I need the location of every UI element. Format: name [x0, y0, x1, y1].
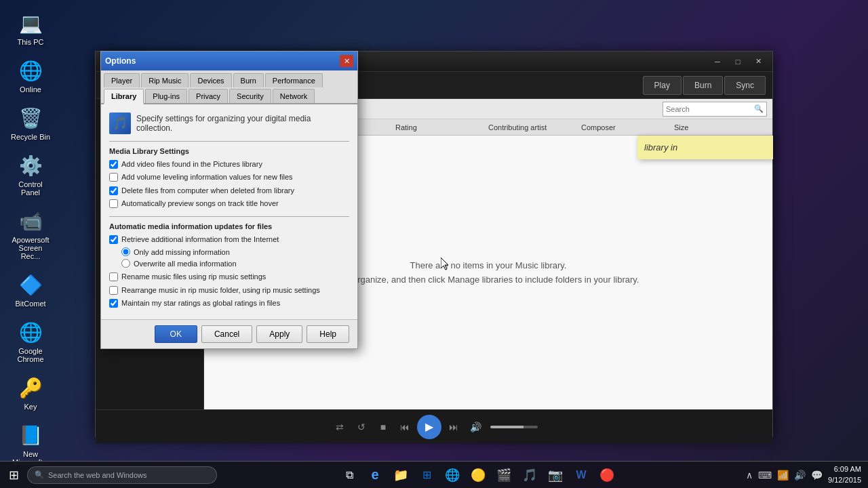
taskbar-edge[interactable]: e: [363, 463, 387, 487]
options-header-row: 🎵 Specify settings for organizing your d…: [109, 113, 349, 134]
options-tab-privacy[interactable]: Privacy: [189, 89, 228, 103]
wmp-burn-tab[interactable]: Burn: [683, 76, 723, 95]
taskbar-app7[interactable]: 🎬: [492, 463, 516, 487]
checkbox-auto-preview-label: Automatically preview songs on track tit…: [121, 199, 279, 208]
radio-overwrite-input[interactable]: [121, 259, 130, 268]
taskbar-task-view[interactable]: ⧉: [337, 463, 361, 487]
options-tab-rip-music[interactable]: Rip Music: [141, 73, 189, 87]
taskbar-clock[interactable]: 6:09 AM 9/12/2015: [828, 464, 861, 485]
taskbar-app11[interactable]: 🔴: [595, 463, 619, 487]
options-library-icon: 🎵: [109, 113, 131, 134]
start-button[interactable]: ⊞: [0, 462, 27, 489]
checkbox-retrieve-info: Retrieve additional information from the…: [109, 235, 349, 244]
desktop-icon-recycle-bin[interactable]: 🗑️ Recycle Bin: [7, 102, 54, 144]
wmp-sync-tab[interactable]: Sync: [724, 76, 766, 95]
checkbox-retrieve-info-input[interactable]: [109, 235, 118, 244]
wmp-next-button[interactable]: ⏭: [444, 418, 463, 436]
wmp-shuffle-button[interactable]: ⇄: [330, 418, 349, 436]
checkbox-add-volume-input[interactable]: [109, 173, 118, 182]
taskbar-store[interactable]: ⊞: [414, 463, 439, 487]
options-help-button[interactable]: Help: [307, 325, 349, 343]
taskbar-app8[interactable]: 🎵: [517, 463, 542, 487]
tray-network[interactable]: 📶: [777, 470, 789, 481]
checkbox-add-video: Add video files found in the Pictures li…: [109, 159, 349, 169]
radio-only-add-label: Only add missing information: [134, 248, 230, 256]
options-tab-burn[interactable]: Burn: [233, 73, 264, 87]
desktop-icon-control-panel[interactable]: ⚙️ Control Panel: [7, 149, 54, 199]
wmp-controls-bar: ⇄ ↺ ■ ⏮ ▶ ⏭ 🔊: [96, 409, 772, 443]
checkbox-rearrange-input[interactable]: [109, 286, 118, 295]
wmp-volume-slider[interactable]: [490, 426, 538, 428]
options-titlebar[interactable]: Options ✕: [101, 52, 357, 70]
checkbox-rename-music-input[interactable]: [109, 272, 118, 281]
options-auto-section-title: Automatic media information updates for …: [109, 222, 349, 230]
checkbox-maintain-ratings-input[interactable]: [109, 299, 118, 308]
wmp-empty-message: There are no items in your Music library…: [410, 260, 567, 270]
options-apply-button[interactable]: Apply: [256, 325, 302, 343]
wmp-mute-button[interactable]: 🔊: [466, 418, 485, 436]
taskbar-file-explorer[interactable]: 📁: [389, 463, 413, 487]
options-tab-library[interactable]: Library: [104, 89, 144, 104]
key-label: Key: [24, 403, 37, 411]
apowersoft-icon: 📹: [17, 207, 44, 235]
options-tab-player[interactable]: Player: [104, 73, 140, 87]
wmp-col-composer: Composer: [581, 123, 674, 131]
wmp-close-button[interactable]: ✕: [749, 55, 767, 68]
this-pc-label: This PC: [17, 38, 43, 46]
wmp-col-size: Size: [674, 123, 767, 131]
wmp-prev-button[interactable]: ⏮: [395, 418, 414, 436]
wmp-play-tab[interactable]: Play: [643, 76, 682, 95]
radio-only-add-input[interactable]: [121, 247, 130, 256]
options-tab-plugins[interactable]: Plug-ins: [145, 89, 187, 103]
options-ok-button[interactable]: OK: [155, 325, 197, 343]
desktop-icon-this-pc[interactable]: 💻 This PC: [7, 7, 54, 49]
bitcomet-icon: 🔷: [17, 271, 44, 298]
options-separator-1: [109, 141, 349, 142]
options-dialog-buttons: OK Cancel Apply Help: [101, 319, 357, 348]
checkbox-auto-preview-input[interactable]: [109, 199, 118, 208]
checkbox-delete-files-input[interactable]: [109, 186, 118, 195]
new-ms-icon: 📘: [17, 422, 44, 449]
desktop-icon-chrome[interactable]: 🌐 Google Chrome: [7, 316, 54, 366]
taskbar-date: 9/12/2015: [828, 475, 861, 485]
control-panel-label: Control Panel: [9, 180, 52, 197]
wmp-search-box[interactable]: 🔍: [663, 102, 767, 117]
online-icon: 🌐: [17, 57, 44, 84]
desktop-icon-online[interactable]: 🌐 Online: [7, 54, 54, 96]
tray-notification[interactable]: 💬: [811, 470, 823, 481]
options-tabs: Player Rip Music Devices Burn Performanc…: [101, 70, 357, 104]
wmp-minimize-button[interactable]: ─: [709, 55, 726, 68]
sticky-note: library in: [637, 136, 773, 159]
options-body: 🎵 Specify settings for organizing your d…: [101, 104, 357, 319]
wmp-repeat-button[interactable]: ↺: [352, 418, 371, 436]
wmp-maximize-button[interactable]: □: [729, 55, 747, 68]
tray-up-arrow[interactable]: ∧: [746, 470, 753, 481]
options-tab-security[interactable]: Security: [229, 89, 271, 103]
checkbox-add-video-label: Add video files found in the Pictures li…: [121, 159, 262, 169]
taskbar-search-box[interactable]: 🔍 Search the web and Windows: [27, 466, 217, 484]
wmp-stop-button[interactable]: ■: [374, 418, 393, 436]
wmp-search-icon: 🔍: [751, 104, 766, 113]
desktop-icon-apowersoft[interactable]: 📹 Apowersoft Screen Rec...: [7, 205, 54, 263]
taskbar-chrome[interactable]: 🌐: [440, 463, 465, 487]
taskbar-app6[interactable]: 🟡: [466, 463, 490, 487]
taskbar-photos[interactable]: 📷: [543, 463, 568, 487]
options-tab-performance[interactable]: Performance: [265, 73, 323, 87]
taskbar-word[interactable]: W: [569, 463, 593, 487]
chrome-icon: 🌐: [17, 319, 44, 346]
taskbar-time: 6:09 AM: [828, 464, 861, 474]
this-pc-icon: 💻: [17, 9, 44, 37]
wmp-search-input[interactable]: [663, 105, 751, 113]
desktop-icon-key[interactable]: 🔑 Key: [7, 371, 54, 413]
options-cancel-button[interactable]: Cancel: [201, 325, 252, 343]
taskbar-search-text: Search the web and Windows: [48, 471, 147, 479]
tray-volume[interactable]: 🔊: [794, 470, 806, 481]
options-close-button[interactable]: ✕: [340, 55, 353, 67]
options-tab-network[interactable]: Network: [273, 89, 315, 103]
checkbox-add-video-input[interactable]: [109, 160, 118, 169]
options-tab-devices[interactable]: Devices: [190, 73, 231, 87]
tray-keyboard[interactable]: ⌨: [758, 470, 772, 481]
desktop-icon-bitcomet[interactable]: 🔷 BitComet: [7, 268, 54, 310]
wmp-play-button[interactable]: ▶: [417, 415, 441, 439]
radio-overwrite: Overwrite all media information: [121, 259, 349, 268]
